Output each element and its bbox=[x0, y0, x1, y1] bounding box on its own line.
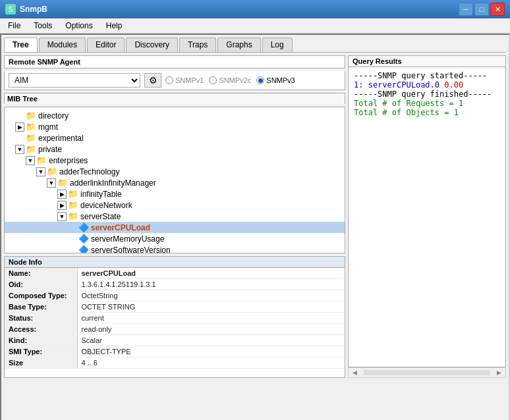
tree-row[interactable]: ▶ 📁 deviceNetwork bbox=[5, 199, 345, 211]
tree-node-label: experimental bbox=[38, 134, 84, 143]
node-info-row: Status: current bbox=[5, 313, 345, 324]
tree-node-label: serverState bbox=[80, 212, 121, 221]
query-line-1: -----SNMP query started----- bbox=[354, 71, 500, 80]
left-panel: Remote SNMP Agent AIM ⚙ SNMPv1 SNMPv2c bbox=[4, 55, 345, 378]
mib-tree-label: MIB Tree bbox=[4, 93, 345, 104]
tree-toggle[interactable]: ▶ bbox=[57, 201, 67, 210]
query-line-4: Total # of Requests = 1 bbox=[354, 99, 500, 108]
tab-bar: Tree Modules Editor Discovery Traps Grap… bbox=[4, 38, 506, 53]
node-info-row: SMI Type: OBJECT-TYPE bbox=[5, 346, 345, 357]
tree-row[interactable]: ▼ 📁 private bbox=[5, 144, 345, 155]
query-line-2: 1: serverCPULoad.0 0.00 bbox=[354, 80, 500, 90]
menu-help[interactable]: Help bbox=[101, 20, 128, 32]
tab-traps[interactable]: Traps bbox=[179, 38, 216, 52]
node-info-panel: Node Info Name: serverCPULoad Oid: 1.3.6… bbox=[4, 256, 345, 378]
tree-node-label: infinityTable bbox=[80, 190, 122, 199]
tree-row[interactable]: ▼ 📁 serverState bbox=[5, 211, 345, 222]
tab-graphs[interactable]: Graphs bbox=[217, 38, 260, 52]
app-title: SnmpB bbox=[20, 5, 47, 14]
tab-log[interactable]: Log bbox=[262, 38, 293, 52]
tree-row[interactable]: 🔷 serverSoftwareVersion bbox=[5, 244, 345, 253]
tree-node-label: private bbox=[38, 145, 62, 154]
tree-toggle[interactable]: ▼ bbox=[47, 178, 56, 188]
node-info-row: Oid: 1.3.6.1.4.1.25119.1.3.1 bbox=[5, 279, 345, 290]
title-bar: S SnmpB ─ □ ✕ bbox=[0, 0, 510, 18]
menu-options[interactable]: Options bbox=[60, 20, 98, 32]
agent-controls: AIM ⚙ SNMPv1 SNMPv2c SNMPv3 bbox=[4, 71, 345, 90]
tree-row[interactable]: ▶ 📁 mgmt bbox=[5, 121, 345, 132]
query-results-title: Query Results bbox=[348, 55, 506, 66]
minimize-button[interactable]: ─ bbox=[459, 3, 473, 16]
tree-node-label: deviceNetwork bbox=[80, 201, 132, 210]
tree-row[interactable]: ▼ 📁 adderTechnology bbox=[5, 166, 345, 177]
main-window: Tree Modules Editor Discovery Traps Grap… bbox=[0, 34, 510, 420]
tree-node-label: directory bbox=[38, 111, 69, 120]
tree-node-label: serverMemoryUsage bbox=[91, 234, 164, 244]
content-area: Remote SNMP Agent AIM ⚙ SNMPv1 SNMPv2c bbox=[4, 55, 506, 378]
node-info-table: Name: serverCPULoad Oid: 1.3.6.1.4.1.251… bbox=[5, 268, 345, 369]
tree-toggle[interactable]: ▼ bbox=[57, 212, 67, 221]
tab-editor[interactable]: Editor bbox=[87, 38, 125, 52]
tab-discovery[interactable]: Discovery bbox=[126, 38, 178, 52]
tree-row[interactable]: 📁 directory bbox=[5, 110, 345, 121]
tree-toggle[interactable]: ▶ bbox=[15, 122, 24, 132]
tree-toggle[interactable]: ▼ bbox=[36, 167, 45, 176]
tree-toggle[interactable]: ▼ bbox=[26, 156, 35, 165]
app-icon: S bbox=[5, 4, 16, 14]
tree-row[interactable]: ▼ 📁 adderlinkInfinityManager bbox=[5, 177, 345, 188]
node-info-row: Name: serverCPULoad bbox=[5, 268, 345, 279]
menu-file[interactable]: File bbox=[3, 20, 26, 32]
tree-node-label: serverCPULoad bbox=[91, 223, 150, 232]
right-panel: Query Results -----SNMP query started---… bbox=[348, 55, 506, 378]
node-info-title: Node Info bbox=[5, 257, 345, 268]
menu-bar: File Tools Options Help bbox=[0, 18, 510, 34]
radio-snmpv3[interactable]: SNMPv3 bbox=[256, 76, 295, 84]
menu-tools[interactable]: Tools bbox=[28, 20, 57, 32]
tab-modules[interactable]: Modules bbox=[39, 38, 86, 52]
query-scrollbar-h[interactable]: ◀ ▶ bbox=[348, 367, 506, 378]
close-button[interactable]: ✕ bbox=[490, 3, 505, 16]
tree-toggle[interactable]: ▼ bbox=[15, 145, 24, 154]
query-line-5: Total # of Objects = 1 bbox=[354, 108, 500, 117]
tree-row[interactable]: 📁 experimental bbox=[5, 132, 345, 144]
agent-label: Remote SNMP Agent bbox=[4, 55, 345, 68]
agent-dropdown[interactable]: AIM bbox=[9, 73, 140, 88]
tree-node-label: mgmt bbox=[38, 122, 58, 132]
node-info-row: Base Type: OCTET STRING bbox=[5, 302, 345, 313]
tree-panel[interactable]: 📁 directory ▶ 📁 mgmt 📁 experimental bbox=[4, 107, 345, 253]
node-info-row: Size 4 .. 6 bbox=[5, 357, 345, 369]
tab-tree[interactable]: Tree bbox=[4, 38, 38, 52]
node-info-row: Access: read-only bbox=[5, 324, 345, 335]
agent-settings-button[interactable]: ⚙ bbox=[144, 73, 161, 88]
tree-row[interactable]: 🔷 serverMemoryUsage bbox=[5, 233, 345, 244]
tree-node-label: serverSoftwareVersion bbox=[91, 246, 171, 254]
radio-snmpv1[interactable]: SNMPv1 bbox=[165, 76, 204, 84]
maximize-button[interactable]: □ bbox=[474, 3, 489, 16]
tree-node-label: enterprises bbox=[49, 156, 88, 165]
tree-node-label: adderTechnology bbox=[59, 167, 119, 176]
radio-snmpv2c[interactable]: SNMPv2c bbox=[209, 76, 251, 84]
tree-row[interactable]: ▶ 📁 infinityTable bbox=[5, 188, 345, 199]
tree-row-selected[interactable]: 🔷 serverCPULoad bbox=[5, 222, 345, 233]
tree-row[interactable]: ▼ 📁 enterprises bbox=[5, 155, 345, 166]
query-results-panel: -----SNMP query started----- 1: serverCP… bbox=[348, 66, 506, 367]
node-info-row: Composed Type: OctetString bbox=[5, 290, 345, 302]
node-info-row: Kind: Scalar bbox=[5, 335, 345, 346]
tree-toggle[interactable]: ▶ bbox=[57, 190, 67, 199]
query-line-3: -----SNMP query finished----- bbox=[354, 90, 500, 99]
tree-node-label: adderlinkInfinityManager bbox=[70, 178, 156, 188]
